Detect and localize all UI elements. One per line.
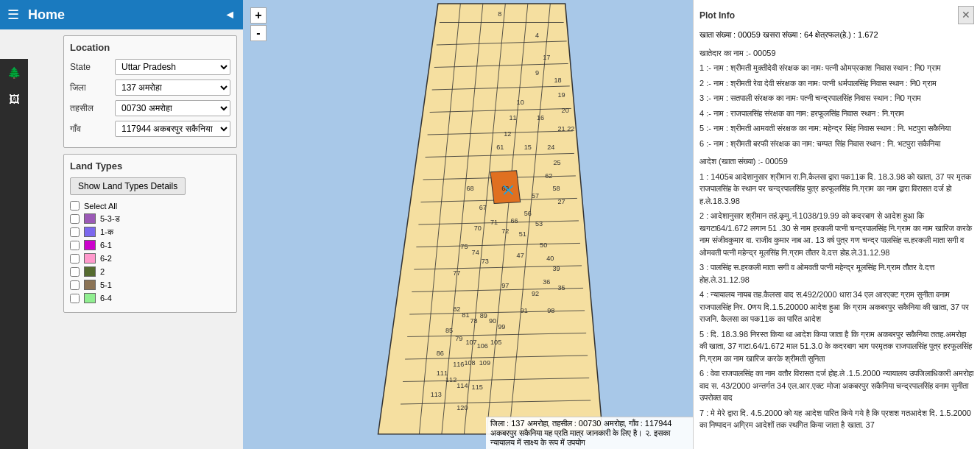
village-label: गाँव bbox=[70, 124, 110, 134]
select-all-item: Select All bbox=[70, 201, 230, 211]
khatedar-section: खातेदार का नाम :- 00059 1 :- नाम : श्रीम… bbox=[699, 47, 974, 150]
select-all-checkbox[interactable] bbox=[70, 201, 80, 211]
khatedar-entry: 5 :- नाम : श्रीमती आमवती संरक्षक का नाम:… bbox=[699, 122, 974, 135]
land-types-title: Land Types bbox=[70, 160, 230, 172]
svg-text:77: 77 bbox=[453, 269, 460, 277]
map-svg[interactable]: 8 4 17 18 19 20 21 22 9 10 11 12 16 15 2… bbox=[243, 0, 693, 449]
svg-text:36: 36 bbox=[543, 278, 550, 286]
state-select[interactable]: Uttar Pradesh bbox=[115, 59, 230, 75]
zoom-out-button[interactable]: - bbox=[250, 25, 267, 41]
legend-color-swatch bbox=[84, 280, 96, 290]
legend-checkbox[interactable] bbox=[70, 280, 80, 290]
legend-color-swatch bbox=[84, 213, 96, 224]
khatedar-entry: 6 :- नाम : श्रीमती बरफी संरक्षक का नाम: … bbox=[699, 138, 974, 150]
legend-checkbox[interactable] bbox=[70, 241, 80, 250]
legend-color-swatch bbox=[84, 227, 96, 237]
svg-text:86: 86 bbox=[437, 350, 444, 357]
aadesh-section: आदेश (खाता संख्या) :- 00059 1 : 1405ब आद… bbox=[699, 155, 974, 431]
legend-checkbox[interactable] bbox=[70, 254, 80, 264]
legend-checkbox[interactable] bbox=[70, 267, 80, 277]
svg-text:50: 50 bbox=[540, 241, 547, 249]
legend-checkbox[interactable] bbox=[70, 294, 80, 303]
image-icon[interactable]: 🖼 bbox=[9, 93, 20, 105]
svg-text:90: 90 bbox=[489, 317, 496, 325]
legend-color-swatch bbox=[84, 240, 96, 250]
location-section: Location State Uttar Pradesh जिला 137 अम… bbox=[63, 35, 237, 148]
panel-header: Plot Info ✕ bbox=[699, 6, 974, 24]
legend-checkbox[interactable] bbox=[70, 227, 80, 237]
khatedar-entry: 4 :- नाम : राजपालसिंह संरक्षक का नाम: हर… bbox=[699, 107, 974, 120]
svg-text:107: 107 bbox=[465, 339, 476, 346]
status-bar: जिला : 137 अमरोहा, तहसील : 00730 अमरोहा,… bbox=[486, 417, 693, 449]
svg-text:109: 109 bbox=[479, 359, 490, 367]
svg-text:35: 35 bbox=[558, 284, 565, 291]
svg-text:78: 78 bbox=[470, 317, 478, 325]
svg-text:82: 82 bbox=[453, 305, 460, 313]
hamburger-icon[interactable]: ☰ bbox=[7, 7, 19, 23]
svg-text:115: 115 bbox=[472, 383, 483, 391]
svg-text:81: 81 bbox=[462, 311, 469, 319]
tree-icon[interactable]: 🌲 bbox=[7, 66, 21, 79]
svg-text:20: 20 bbox=[562, 107, 569, 114]
svg-text:72: 72 bbox=[501, 227, 509, 235]
close-icon[interactable]: ✕ bbox=[958, 6, 974, 24]
legend-color-swatch bbox=[84, 253, 96, 264]
svg-text:61: 61 bbox=[496, 144, 504, 151]
svg-text:120: 120 bbox=[456, 404, 468, 411]
svg-text:27: 27 bbox=[558, 198, 565, 205]
legend-item: 5-1 bbox=[70, 280, 230, 290]
topbar: ☰ Home ◄ bbox=[0, 0, 243, 29]
legend-label: 2 bbox=[100, 267, 105, 276]
area-label: क्षेत्रफल(हे.) : 1.672 bbox=[815, 30, 878, 39]
svg-text:40: 40 bbox=[546, 255, 554, 262]
svg-text:62: 62 bbox=[545, 172, 552, 180]
svg-text:25: 25 bbox=[553, 159, 560, 166]
svg-text:79: 79 bbox=[455, 335, 462, 342]
svg-text:53: 53 bbox=[535, 220, 543, 227]
svg-text:108: 108 bbox=[464, 359, 475, 367]
khata-label: खाता संख्या : 00059 bbox=[699, 30, 761, 39]
khatedar-list: 1 :- नाम : श्रीमती मुक्तीदेवी संरक्षक का… bbox=[699, 62, 974, 149]
svg-text:15: 15 bbox=[524, 144, 532, 151]
aadesh-entry: 1 : 1405ब आदेशानुसार श्रीमान रा.नि.कैलसा… bbox=[699, 171, 974, 208]
khasra-label: खसरा संख्या : 64 bbox=[763, 30, 813, 39]
svg-text:97: 97 bbox=[501, 282, 509, 289]
svg-text:11: 11 bbox=[509, 114, 516, 121]
collapse-arrow-icon[interactable]: ◄ bbox=[224, 8, 236, 21]
svg-text:98: 98 bbox=[547, 307, 554, 314]
svg-text:4: 4 bbox=[535, 32, 539, 39]
legend-item: 1-क bbox=[70, 227, 230, 237]
status-text: जिला : 137 अमरोहा, तहसील : 00730 अमरोहा,… bbox=[490, 419, 672, 447]
legend-label: 1-क bbox=[100, 227, 113, 237]
svg-text:68: 68 bbox=[466, 185, 473, 192]
svg-text:75: 75 bbox=[460, 243, 468, 250]
district-label: जिला bbox=[70, 82, 110, 93]
svg-text:99: 99 bbox=[498, 323, 505, 330]
show-land-types-button[interactable]: Show Land Types Details bbox=[70, 177, 186, 195]
legend-item: 2 bbox=[70, 266, 230, 277]
tehsil-select[interactable]: 00730 अमरोहा bbox=[115, 100, 230, 116]
khatedar-entry: 1 :- नाम : श्रीमती मुक्तीदेवी संरक्षक का… bbox=[699, 62, 974, 74]
district-row: जिला 137 अमरोहा bbox=[70, 79, 230, 96]
legend-label: 6-4 bbox=[100, 294, 112, 303]
svg-text:71: 71 bbox=[490, 219, 498, 226]
legend-checkbox[interactable] bbox=[70, 214, 80, 224]
village-row: गाँव 117944 अकबरपुर सकैनिया bbox=[70, 121, 230, 137]
svg-text:17: 17 bbox=[543, 54, 550, 61]
zoom-controls: + - bbox=[250, 7, 267, 41]
aadesh-entry: 4 : न्यायालय नायब तह.कैलसा वाद स.492/200… bbox=[699, 289, 974, 325]
svg-text:21 22: 21 22 bbox=[558, 125, 575, 132]
district-select[interactable]: 137 अमरोहा bbox=[115, 79, 230, 96]
village-select[interactable]: 117944 अकबरपुर सकैनिया bbox=[115, 121, 230, 137]
legend-label: 6-2 bbox=[100, 254, 112, 263]
svg-text:47: 47 bbox=[517, 252, 524, 259]
svg-text:16: 16 bbox=[537, 114, 544, 121]
svg-text:19: 19 bbox=[558, 91, 565, 99]
aadesh-title: आदेश (खाता संख्या) :- 00059 bbox=[699, 155, 974, 168]
svg-text:114: 114 bbox=[456, 382, 468, 389]
aadesh-entry: 6 : वेवा राजपालसिंह का नाम वतौर विरासत द… bbox=[699, 367, 974, 404]
svg-text:67: 67 bbox=[479, 204, 487, 211]
tehsil-row: तहसील 00730 अमरोहा bbox=[70, 100, 230, 116]
zoom-in-button[interactable]: + bbox=[250, 7, 267, 24]
svg-text:8: 8 bbox=[498, 10, 501, 18]
